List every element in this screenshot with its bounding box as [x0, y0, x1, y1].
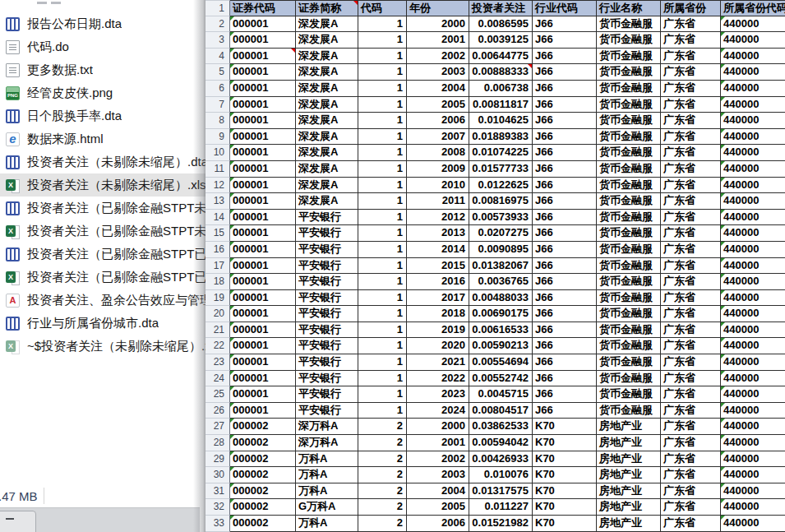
sheet-cell[interactable]: 0.00573933 [469, 210, 533, 226]
sheet-header-cell[interactable]: 投资者关注 [469, 0, 533, 16]
sheet-cell[interactable]: 1 [358, 322, 407, 339]
sheet-cell[interactable]: K70 [533, 467, 597, 483]
sheet-cell[interactable]: 广东省 [661, 386, 721, 403]
sheet-cell[interactable]: J66 [533, 242, 597, 258]
sheet-cell[interactable]: 000002 [230, 451, 296, 468]
sheet-cell[interactable]: 0.00811817 [469, 97, 533, 113]
sheet-cell[interactable]: 000001 [230, 258, 296, 275]
sheet-row-number[interactable]: 7 [205, 97, 230, 113]
sheet-cell[interactable]: 0.00690175 [469, 306, 533, 322]
sheet-cell[interactable]: 2016 [407, 274, 469, 290]
sheet-cell[interactable]: 2 [358, 467, 407, 483]
sheet-cell[interactable]: 深发展A [296, 178, 358, 194]
sheet-cell[interactable]: 440000 [721, 403, 785, 419]
sheet-cell[interactable]: J66 [533, 322, 597, 339]
sheet-cell[interactable]: 货币金融服 [597, 49, 661, 65]
sheet-cell[interactable]: 440000 [721, 371, 785, 387]
sheet-cell[interactable]: 2 [358, 499, 407, 516]
sheet-cell[interactable]: 广东省 [661, 483, 721, 500]
sheet-cell[interactable]: 1 [358, 97, 407, 113]
sheet-cell[interactable]: 货币金融服 [597, 403, 661, 419]
sheet-cell[interactable]: 货币金融服 [597, 16, 661, 33]
sheet-cell[interactable]: 000002 [230, 435, 296, 451]
sheet-cell[interactable]: 0.0086595 [469, 16, 533, 33]
sheet-cell[interactable]: 0.0045715 [469, 386, 533, 403]
sheet-cell[interactable]: 000001 [230, 371, 296, 387]
sheet-cell[interactable]: 广东省 [661, 32, 721, 49]
file-item[interactable]: 经管皮皮侠.png [0, 81, 205, 104]
sheet-cell[interactable]: 货币金融服 [597, 129, 661, 146]
sheet-cell[interactable]: 2014 [407, 242, 469, 258]
sheet-cell[interactable]: 货币金融服 [597, 161, 661, 178]
sheet-cell[interactable]: 货币金融服 [597, 386, 661, 403]
sheet-cell[interactable]: 广东省 [661, 354, 721, 371]
sheet-cell[interactable]: 平安银行 [296, 338, 358, 354]
sheet-cell[interactable]: J66 [533, 306, 597, 322]
sheet-cell[interactable]: 货币金融服 [597, 178, 661, 194]
sheet-cell[interactable]: 0.00426933 [469, 451, 533, 468]
sheet-row-number[interactable]: 11 [205, 161, 230, 178]
sheet-cell[interactable]: 2 [358, 451, 407, 468]
sheet-cell[interactable]: 广东省 [661, 403, 721, 419]
sheet-cell[interactable]: 2002 [407, 49, 469, 65]
sheet-cell[interactable]: J66 [533, 258, 597, 275]
sheet-cell[interactable]: 0.00888333 [469, 64, 533, 81]
sheet-cell[interactable]: 平安银行 [296, 290, 358, 307]
sheet-cell[interactable]: 深发展A [296, 97, 358, 113]
sheet-row-number[interactable]: 28 [205, 435, 230, 451]
sheet-cell[interactable]: 440000 [721, 193, 785, 210]
sheet-cell[interactable]: J66 [533, 225, 597, 242]
sheet-cell[interactable]: 000001 [230, 49, 296, 65]
sheet-cell[interactable]: 000001 [230, 129, 296, 146]
file-item[interactable]: 投资者关注（已剔除金融STPT未缩尾）.x... [0, 220, 205, 243]
sheet-cell[interactable]: 2011 [407, 193, 469, 210]
sheet-cell[interactable]: 1 [358, 81, 407, 97]
sheet-cell[interactable]: 广东省 [661, 306, 721, 322]
sheet-cell[interactable]: 1 [358, 386, 407, 403]
sheet-cell[interactable]: 货币金融服 [597, 274, 661, 290]
sheet-row-number[interactable]: 30 [205, 467, 230, 483]
sheet-cell[interactable]: 1 [358, 354, 407, 371]
sheet-cell[interactable]: 000001 [230, 403, 296, 419]
sheet-cell[interactable]: 440000 [721, 354, 785, 371]
sheet-cell[interactable]: K70 [533, 451, 597, 468]
sheet-cell[interactable]: 货币金融服 [597, 210, 661, 226]
sheet-cell[interactable]: 万科A [296, 467, 358, 483]
sheet-row-number[interactable]: 29 [205, 451, 230, 468]
sheet-cell[interactable]: 万科A [296, 483, 358, 500]
sheet-cell[interactable]: 440000 [721, 113, 785, 129]
sheet-cell[interactable]: 2024 [407, 403, 469, 419]
sheet-row-number[interactable]: 23 [205, 354, 230, 371]
file-item[interactable]: 投资者关注（已剔除金融STPT已缩尾）.... [0, 243, 205, 266]
sheet-cell[interactable]: 广东省 [661, 290, 721, 307]
sheet-cell[interactable]: 2005 [407, 97, 469, 113]
sheet-cell[interactable]: 0.006738 [469, 81, 533, 97]
sheet-cell[interactable]: 深发展A [296, 113, 358, 129]
sheet-cell[interactable]: 广东省 [661, 499, 721, 516]
sheet-row-number[interactable]: 32 [205, 499, 230, 516]
sheet-row-number[interactable]: 33 [205, 516, 230, 532]
sheet-cell[interactable]: 0.00594042 [469, 435, 533, 451]
sheet-cell[interactable]: 平安银行 [296, 322, 358, 339]
sheet-cell[interactable]: 1 [358, 145, 407, 161]
sheet-cell[interactable]: 0.0090895 [469, 242, 533, 258]
sheet-cell[interactable]: 440000 [721, 499, 785, 516]
sheet-cell[interactable]: J66 [533, 16, 597, 33]
sheet-cell[interactable]: 货币金融服 [597, 225, 661, 242]
sheet-cell[interactable]: 2004 [407, 81, 469, 97]
sheet-cell[interactable]: 0.01889383 [469, 129, 533, 146]
sheet-header-cell[interactable]: 年份 [407, 0, 469, 16]
sheet-cell[interactable]: 2012 [407, 210, 469, 226]
sheet-cell[interactable]: 深发展A [296, 161, 358, 178]
sheet-cell[interactable]: J66 [533, 338, 597, 354]
sheet-cell[interactable]: 2005 [407, 499, 469, 516]
sheet-cell[interactable]: 1 [358, 242, 407, 258]
sheet-cell[interactable]: 1 [358, 225, 407, 242]
sheet-cell[interactable]: 深发展A [296, 145, 358, 161]
file-item[interactable]: 报告公布日期.dta [0, 12, 205, 35]
file-item[interactable]: 代码.do [0, 35, 205, 58]
sheet-cell[interactable]: 1 [358, 338, 407, 354]
sheet-cell[interactable]: 2 [358, 419, 407, 435]
sheet-cell[interactable]: 000002 [230, 499, 296, 516]
sheet-header-cell[interactable]: 证券简称 [296, 0, 358, 16]
